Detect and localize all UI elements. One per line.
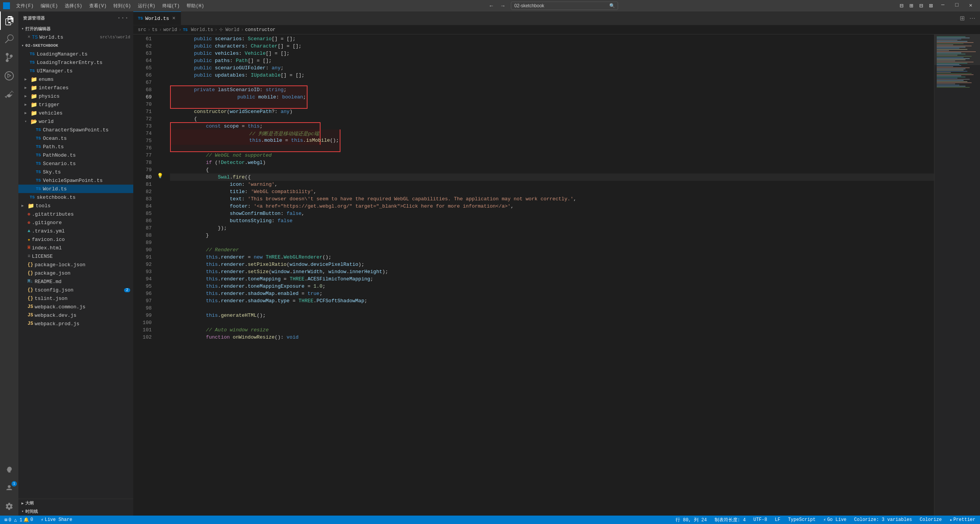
close-button[interactable]: ✕ xyxy=(965,0,977,11)
folder-trigger[interactable]: ▶ 📁 trigger xyxy=(18,100,133,109)
menu-edit[interactable]: 编辑(E) xyxy=(38,2,61,10)
folder-interfaces[interactable]: ▶ 📁 interfaces xyxy=(18,84,133,92)
breadcrumb-constructor[interactable]: constructor xyxy=(245,27,275,33)
file-tsconfig[interactable]: {} tsconfig.json 2 xyxy=(18,286,133,294)
minimap-line xyxy=(937,80,964,81)
activity-account[interactable]: 1 xyxy=(0,479,18,497)
file-worldts[interactable]: TS World.ts xyxy=(18,185,133,193)
file-loadingtrackerentry[interactable]: TS LoadingTrackerEntry.ts xyxy=(18,58,133,67)
file-uimanager[interactable]: TS UIManager.ts xyxy=(18,67,133,75)
file-sketchbook[interactable]: TS sketchbook.ts xyxy=(18,193,133,201)
layout-icon-3[interactable]: ⊟ xyxy=(917,0,925,11)
file-path[interactable]: TS Path.ts xyxy=(18,142,133,151)
file-readme[interactable]: M↓ README.md xyxy=(18,277,133,286)
file-gitignore[interactable]: ⊛ .gitignore xyxy=(18,218,133,227)
project-section[interactable]: ▾ 02-SKETCHBOOK xyxy=(18,41,133,50)
code-area[interactable]: public scenarios: Scenario[] = []; publi… xyxy=(164,34,934,341)
nav-forward-button[interactable]: → xyxy=(498,2,508,10)
language-mode-status[interactable]: TypeScript xyxy=(787,517,817,522)
menu-help[interactable]: 帮助(H) xyxy=(183,2,207,10)
activity-explorer[interactable] xyxy=(0,11,18,30)
close-icon[interactable]: × xyxy=(28,34,30,40)
cursor-position-status[interactable]: 行 80, 列 24 xyxy=(674,517,708,523)
file-travis[interactable]: ▲ .travis.yml xyxy=(18,227,133,235)
folder-physics[interactable]: ▶ 📁 physics xyxy=(18,92,133,100)
go-live-status[interactable]: ⚡ Go Live xyxy=(822,517,848,523)
timeline-section[interactable]: ▾ 时间线 xyxy=(18,507,133,516)
activity-search[interactable] xyxy=(0,30,18,48)
folder-world[interactable]: ▾ 📂 world xyxy=(18,117,133,126)
menu-goto[interactable]: 转到(G) xyxy=(110,2,134,10)
prettier-status[interactable]: ✦ Prettier xyxy=(948,517,977,523)
code-line-98 xyxy=(170,305,934,312)
file-gitattributes[interactable]: ⊛ .gitattributes xyxy=(18,210,133,218)
nav-back-button[interactable]: ← xyxy=(486,2,496,10)
layout-icon-2[interactable]: ⊞ xyxy=(907,0,916,11)
file-tslint[interactable]: {} tslint.json xyxy=(18,294,133,303)
colorize-status[interactable]: Colorize: 3 variables xyxy=(852,517,913,522)
file-license[interactable]: ≡ LICENSE xyxy=(18,252,133,260)
tab-worldts[interactable]: TS World.ts × xyxy=(133,11,181,25)
source-control-status[interactable]: ⊞ 0 △ 1 🔔 0 xyxy=(3,517,34,523)
activity-settings[interactable] xyxy=(0,497,18,516)
file-favicon[interactable]: ★ favicon.ico xyxy=(18,235,133,244)
breadcrumb-file[interactable]: TS World.ts xyxy=(183,27,213,33)
activity-remote[interactable] xyxy=(0,460,18,479)
file-characterspawnpoint[interactable]: TS CharacterSpawnPoint.ts xyxy=(18,126,133,134)
open-file-worldts[interactable]: × TS World.ts src\ts\world xyxy=(18,33,133,41)
activity-extensions[interactable] xyxy=(0,85,18,103)
breadcrumb-world-dir[interactable]: world xyxy=(163,27,177,33)
menu-run[interactable]: 运行(R) xyxy=(135,2,159,10)
file-webpackprod[interactable]: JS webpack.prod.js xyxy=(18,319,133,328)
minimap-line xyxy=(937,46,972,46)
open-editors-section[interactable]: ▾ 打开的编辑器 xyxy=(18,25,133,33)
menu-view[interactable]: 查看(V) xyxy=(86,2,110,10)
minimize-button[interactable]: ─ xyxy=(937,0,949,11)
layout-icon-4[interactable]: ⊠ xyxy=(927,0,935,11)
activity-source-control[interactable] xyxy=(0,48,18,67)
menu-select[interactable]: 选择(S) xyxy=(62,2,85,10)
breadcrumb-class[interactable]: ⊹ World xyxy=(219,27,239,33)
tab-size-status[interactable]: 制表符长度: 4 xyxy=(713,517,748,523)
tab-close-button[interactable]: × xyxy=(172,15,176,21)
file-vehiclespawnpoint[interactable]: TS VehicleSpawnPoint.ts xyxy=(18,176,133,185)
file-webpackdev[interactable]: JS webpack.dev.js xyxy=(18,311,133,319)
more-actions-button[interactable]: ⋯ xyxy=(968,14,977,23)
eol-status[interactable]: LF xyxy=(773,517,782,522)
split-editor-button[interactable]: ⊞ xyxy=(958,14,966,23)
layout-icon-1[interactable]: ⊟ xyxy=(897,0,906,11)
search-input[interactable] xyxy=(511,2,618,10)
file-ocean[interactable]: TS Ocean.ts xyxy=(18,134,133,142)
ln-81: 81 xyxy=(133,181,152,188)
file-loadingmanager[interactable]: TS LoadingManager.ts xyxy=(18,50,133,58)
file-tree: TS LoadingManager.ts TS LoadingTrackerEn… xyxy=(18,50,133,499)
project-name: 02-SKETCHBOOK xyxy=(25,43,58,48)
file-packagelock[interactable]: {} package-lock.json xyxy=(18,260,133,269)
breadcrumb-ts[interactable]: ts xyxy=(152,27,157,33)
file-pathnode[interactable]: TS PathNode.ts xyxy=(18,151,133,159)
file-label-24: webpack.common.js xyxy=(34,304,85,310)
maximize-button[interactable]: □ xyxy=(951,0,963,11)
file-webpackcommon[interactable]: JS webpack.common.js xyxy=(18,303,133,311)
lightbulb-icon[interactable]: 💡 xyxy=(157,173,163,179)
file-package[interactable]: {} package.json xyxy=(18,269,133,277)
activity-run[interactable] xyxy=(0,67,18,85)
eol-label: LF xyxy=(775,517,780,522)
file-sky[interactable]: TS Sky.ts xyxy=(18,168,133,176)
file-indexhtml[interactable]: H index.html xyxy=(18,244,133,252)
outline-section[interactable]: ▶ 大纲 xyxy=(18,499,133,507)
ln-83: 83 xyxy=(133,195,152,203)
live-share-status[interactable]: ⚡ Live Share xyxy=(39,517,74,523)
sidebar-more-button[interactable]: ··· xyxy=(117,15,129,21)
file-scenario[interactable]: TS Scenario.ts xyxy=(18,159,133,168)
folder-enums[interactable]: ▶ 📁 enums xyxy=(18,75,133,84)
folder-tools[interactable]: ▶ 📁 tools xyxy=(18,201,133,210)
sidebar: 资源管理器 ··· ▾ 打开的编辑器 × TS World.ts src\ts\… xyxy=(18,11,133,516)
open-file-label: World.ts xyxy=(39,34,100,40)
breadcrumb-src[interactable]: src xyxy=(138,27,146,33)
encoding-status[interactable]: UTF-8 xyxy=(752,517,769,522)
menu-terminal[interactable]: 终端(T) xyxy=(159,2,183,10)
colorize-btn-status[interactable]: Colorize xyxy=(918,517,944,522)
menu-file[interactable]: 文件(F) xyxy=(13,2,37,10)
folder-vehicles[interactable]: ▶ 📁 vehicles xyxy=(18,109,133,117)
